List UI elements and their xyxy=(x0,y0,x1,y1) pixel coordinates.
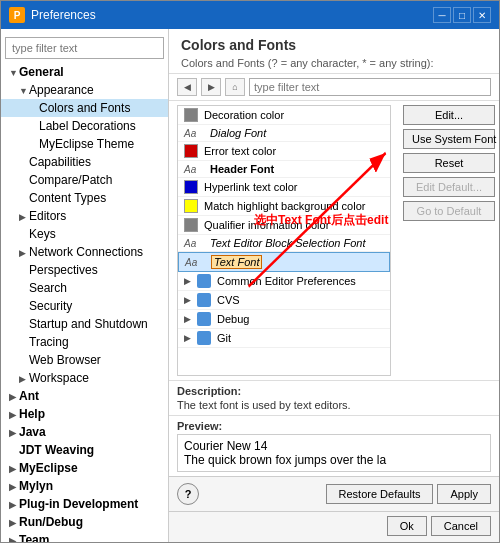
colors-item-label-error-color: Error text color xyxy=(204,145,276,157)
colors-list-item-error-color[interactable]: Error text color xyxy=(178,142,390,161)
main-header: Colors and Fonts Colors and Fonts (? = a… xyxy=(169,29,499,74)
sidebar-item-label-network-connections: Network Connections xyxy=(29,245,143,259)
color-swatch-qualifier-color xyxy=(184,218,198,232)
sidebar-item-label-decorations[interactable]: Label Decorations xyxy=(1,117,168,135)
sidebar-item-label-team: Team xyxy=(19,533,49,542)
tree-arrow-general: ▼ xyxy=(9,68,19,78)
sidebar-item-general[interactable]: ▼General xyxy=(1,63,168,81)
sidebar-item-colors-fonts[interactable]: Colors and Fonts xyxy=(1,99,168,117)
colors-list-item-common-editor-prefs[interactable]: ▶Common Editor Preferences xyxy=(178,272,390,291)
restore-defaults-button[interactable]: Restore Defaults xyxy=(326,484,434,504)
sidebar-item-security[interactable]: Security xyxy=(1,297,168,315)
cancel-button[interactable]: Cancel xyxy=(431,516,491,536)
sidebar-item-label-plugin-development: Plug-in Development xyxy=(19,497,138,511)
help-button[interactable]: ? xyxy=(177,483,199,505)
colors-list-item-qualifier-color[interactable]: Qualifier information color xyxy=(178,216,390,235)
sidebar-item-keys[interactable]: Keys xyxy=(1,225,168,243)
back-button[interactable]: ◀ xyxy=(177,78,197,96)
sidebar-item-plugin-development[interactable]: ▶Plug-in Development xyxy=(1,495,168,513)
colors-item-label-text-font: Text Font xyxy=(211,255,262,269)
aa-prefix-text-editor-block: Aa xyxy=(184,238,202,249)
sidebar-item-team[interactable]: ▶Team xyxy=(1,531,168,542)
tree-arrow-ant: ▶ xyxy=(9,392,19,402)
colors-list: Decoration colorAaDialog FontError text … xyxy=(178,106,390,348)
aa-prefix-header-font: Aa xyxy=(184,164,202,175)
sidebar-item-help[interactable]: ▶Help xyxy=(1,405,168,423)
sidebar-item-label-workspace: Workspace xyxy=(29,371,89,385)
sidebar-item-web-browser[interactable]: Web Browser xyxy=(1,351,168,369)
sidebar-item-capabilities[interactable]: Capabilities xyxy=(1,153,168,171)
sidebar-item-editors[interactable]: ▶Editors xyxy=(1,207,168,225)
colors-list-item-text-font[interactable]: AaText Font xyxy=(178,252,390,272)
colors-item-label-cvs: CVS xyxy=(217,294,240,306)
sidebar-item-perspectives[interactable]: Perspectives xyxy=(1,261,168,279)
preview-box: Courier New 14 The quick brown fox jumps… xyxy=(177,434,491,472)
edit-default-button[interactable]: Edit Default... xyxy=(403,177,495,197)
home-button[interactable]: ⌂ xyxy=(225,78,245,96)
section-arrow-common-editor-prefs: ▶ xyxy=(184,276,191,286)
reset-button[interactable]: Reset xyxy=(403,153,495,173)
sidebar-item-compare-patch[interactable]: Compare/Patch xyxy=(1,171,168,189)
colors-list-item-cvs[interactable]: ▶CVS xyxy=(178,291,390,310)
colors-list-area[interactable]: Decoration colorAaDialog FontError text … xyxy=(177,105,391,376)
right-panel: Edit... Use System Font Reset Edit Defau… xyxy=(399,101,499,380)
sidebar-item-workspace[interactable]: ▶Workspace xyxy=(1,369,168,387)
sidebar-item-ant[interactable]: ▶Ant xyxy=(1,387,168,405)
aa-prefix-dialog-font: Aa xyxy=(184,128,202,139)
sidebar-item-label-startup-shutdown: Startup and Shutdown xyxy=(29,317,148,331)
colors-list-item-git[interactable]: ▶Git xyxy=(178,329,390,348)
colors-list-item-decoration-color[interactable]: Decoration color xyxy=(178,106,390,125)
tree-arrow-myeclipse: ▶ xyxy=(9,464,19,474)
tree-arrow-run-debug: ▶ xyxy=(9,518,19,528)
edit-button[interactable]: Edit... xyxy=(403,105,495,125)
colors-list-item-hyperlink-color[interactable]: Hyperlink text color xyxy=(178,178,390,197)
colors-list-item-highlight-color[interactable]: Match highlight background color xyxy=(178,197,390,216)
sidebar-filter-input[interactable] xyxy=(5,37,164,59)
sidebar-item-appearance[interactable]: ▼Appearance xyxy=(1,81,168,99)
use-system-font-button[interactable]: Use System Font xyxy=(403,129,495,149)
color-swatch-highlight-color xyxy=(184,199,198,213)
minimize-button[interactable]: ─ xyxy=(433,7,451,23)
close-button[interactable]: ✕ xyxy=(473,7,491,23)
sidebar-item-label-jdt-weaving: JDT Weaving xyxy=(19,443,94,457)
sidebar-item-search[interactable]: Search xyxy=(1,279,168,297)
sidebar-item-tracing[interactable]: Tracing xyxy=(1,333,168,351)
apply-button[interactable]: Apply xyxy=(437,484,491,504)
tree-arrow-editors: ▶ xyxy=(19,212,29,222)
preview-line-2: The quick brown fox jumps over the la xyxy=(184,453,484,467)
sidebar-item-myeclipse-theme[interactable]: MyEclipse Theme xyxy=(1,135,168,153)
go-to-default-button[interactable]: Go to Default xyxy=(403,201,495,221)
section-icon-git xyxy=(197,331,211,345)
section-arrow-git: ▶ xyxy=(184,333,191,343)
sidebar-item-label-editors: Editors xyxy=(29,209,66,223)
bottom-bar: ? Restore Defaults Apply xyxy=(169,476,499,511)
sidebar-item-startup-shutdown[interactable]: Startup and Shutdown xyxy=(1,315,168,333)
sidebar-item-run-debug[interactable]: ▶Run/Debug xyxy=(1,513,168,531)
sidebar-item-label-java: Java xyxy=(19,425,46,439)
colors-item-label-common-editor-prefs: Common Editor Preferences xyxy=(217,275,356,287)
sidebar-item-java[interactable]: ▶Java xyxy=(1,423,168,441)
sidebar: ▼General▼AppearanceColors and FontsLabel… xyxy=(1,29,169,542)
description-text: The text font is used by text editors. xyxy=(177,399,491,411)
buttons-panel: Edit... Use System Font Reset Edit Defau… xyxy=(399,101,499,225)
app-icon: P xyxy=(9,7,25,23)
section-arrow-cvs: ▶ xyxy=(184,295,191,305)
sidebar-item-label-ant: Ant xyxy=(19,389,39,403)
ok-button[interactable]: Ok xyxy=(387,516,427,536)
sidebar-item-label-appearance: Appearance xyxy=(29,83,94,97)
colors-list-item-text-editor-block[interactable]: AaText Editor Block Selection Font xyxy=(178,235,390,252)
sidebar-item-jdt-weaving[interactable]: JDT Weaving xyxy=(1,441,168,459)
maximize-button[interactable]: □ xyxy=(453,7,471,23)
sidebar-item-label-myeclipse: MyEclipse xyxy=(19,461,78,475)
colors-list-item-header-font[interactable]: AaHeader Font xyxy=(178,161,390,178)
title-bar-left: P Preferences xyxy=(9,7,96,23)
colors-filter-input[interactable] xyxy=(249,78,491,96)
sidebar-item-myeclipse[interactable]: ▶MyEclipse xyxy=(1,459,168,477)
colors-list-item-dialog-font[interactable]: AaDialog Font xyxy=(178,125,390,142)
colors-list-item-debug[interactable]: ▶Debug xyxy=(178,310,390,329)
sidebar-item-network-connections[interactable]: ▶Network Connections xyxy=(1,243,168,261)
preview-section: Preview: Courier New 14 The quick brown … xyxy=(169,415,499,476)
sidebar-item-mylyn[interactable]: ▶Mylyn xyxy=(1,477,168,495)
forward-button[interactable]: ▶ xyxy=(201,78,221,96)
sidebar-item-content-types[interactable]: Content Types xyxy=(1,189,168,207)
